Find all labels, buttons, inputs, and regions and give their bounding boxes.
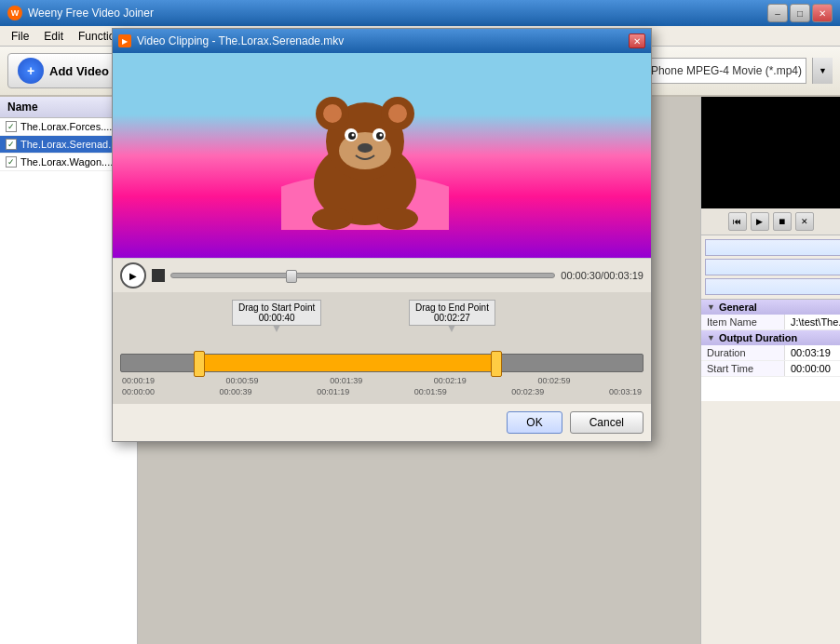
playback-controls: ⏮ ▶ ⏹ ✕: [701, 208, 840, 235]
close-button[interactable]: ✕: [812, 4, 833, 22]
menu-file[interactable]: File: [4, 28, 36, 45]
svg-point-12: [352, 134, 355, 137]
collapse-icon-2[interactable]: ▼: [707, 333, 715, 342]
stop-button[interactable]: ⏹: [773, 212, 792, 231]
ok-button[interactable]: OK: [507, 411, 562, 434]
prop-starttime-row: Start Time 00:00:00: [701, 361, 840, 377]
file-name-3: The.Lorax.Wagon....: [20, 156, 113, 168]
svg-point-13: [380, 134, 383, 137]
prop-duration-value: 00:03:19: [785, 345, 840, 360]
svg-point-6: [388, 104, 407, 123]
svg-point-5: [323, 104, 342, 123]
prop-duration-row: Duration 00:03:19: [701, 345, 840, 361]
general-label: General: [719, 302, 757, 313]
transport-stop-button[interactable]: [152, 269, 165, 282]
svg-point-15: [312, 208, 353, 230]
timeline-area: Drag to Start Point 00:00:40 Drag to End…: [113, 292, 651, 404]
dialog-title: Video Clipping - The.Lorax.Serenade.mkv: [137, 34, 629, 47]
right-panel: ⏮ ▶ ⏹ ✕ ... ▼: [700, 97, 840, 644]
transport-bar: ▶ 00:00:30/00:03:19: [113, 258, 651, 292]
prop-item-name-value: J:\test\The.Lorax.Se...: [785, 315, 840, 329]
maximize-button[interactable]: □: [790, 4, 810, 22]
video-clipping-dialog[interactable]: ▶ Video Clipping - The.Lorax.Serenade.mk…: [112, 28, 652, 442]
dialog-close-button[interactable]: ✕: [629, 34, 645, 48]
prop-duration-label: Duration: [701, 345, 785, 360]
clip-start-field[interactable]: [705, 239, 840, 256]
end-marker-label: Drag to End Point 00:02:27: [409, 300, 495, 326]
collapse-icon[interactable]: ▼: [707, 302, 715, 312]
start-marker[interactable]: [194, 351, 205, 377]
app-title: Weeny Free Video Joiner: [28, 7, 767, 20]
svg-point-16: [377, 208, 418, 230]
timeline-ticks-bottom: 00:00:00 00:00:39 00:01:19 00:01:59 00:0…: [120, 387, 644, 396]
dialog-buttons: OK Cancel: [113, 404, 651, 441]
file-checkbox-3[interactable]: ✓: [6, 156, 17, 168]
minimize-button[interactable]: –: [767, 4, 788, 22]
clip-extra-field[interactable]: [705, 278, 840, 295]
seek-bar[interactable]: [170, 273, 555, 278]
window-controls: – □ ✕: [767, 4, 833, 22]
clip-end-field[interactable]: [705, 259, 840, 275]
timeline-track[interactable]: [120, 354, 644, 372]
prev-button[interactable]: ⏮: [728, 212, 747, 231]
file-name-1: The.Lorax.Forces....: [20, 121, 112, 132]
prop-starttime-value: 00:00:00: [785, 361, 840, 376]
start-marker-label: Drag to Start Point 00:00:40: [232, 300, 321, 326]
video-display: [113, 53, 651, 258]
seek-thumb[interactable]: [286, 270, 297, 283]
time-display: 00:00:30/00:03:19: [561, 270, 644, 281]
preview-black: [701, 97, 840, 208]
video-thumbnail: [281, 81, 449, 230]
timeline-ticks-top: 00:00:19 00:00:59 00:01:39 00:02:19 00:0…: [120, 376, 644, 385]
title-bar: W Weeny Free Video Joiner – □ ✕: [0, 0, 840, 26]
properties-panel: ▼ General Item Name J:\test\The.Lorax.Se…: [701, 299, 840, 401]
file-name-2: The.Lorax.Serenad...: [20, 139, 116, 150]
play-pause-button[interactable]: ▶: [120, 262, 146, 288]
prop-item-name-row: Item Name J:\test\The.Lorax.Se...: [701, 315, 840, 330]
end-marker[interactable]: [491, 351, 502, 377]
prop-item-name-label: Item Name: [701, 315, 785, 329]
svg-point-14: [358, 143, 373, 153]
right-fields: ... ▼: [701, 235, 840, 299]
file-checkbox-1[interactable]: ✓: [6, 121, 17, 132]
output-dropdown-arrow[interactable]: ▼: [812, 58, 833, 84]
general-section-header: ▼ General: [701, 300, 840, 315]
cancel-button[interactable]: Cancel: [570, 411, 644, 434]
output-duration-label: Output Duration: [719, 332, 797, 343]
dialog-title-bar: ▶ Video Clipping - The.Lorax.Serenade.mk…: [113, 29, 651, 53]
file-checkbox-2[interactable]: ✓: [6, 139, 17, 150]
play-button[interactable]: ▶: [751, 212, 769, 231]
prop-starttime-label: Start Time: [701, 361, 785, 376]
app-icon: W: [7, 6, 22, 20]
menu-edit[interactable]: Edit: [36, 28, 71, 45]
dialog-icon: ▶: [118, 34, 131, 47]
close-button-2[interactable]: ✕: [795, 212, 814, 231]
output-duration-section-header: ▼ Output Duration: [701, 330, 840, 345]
add-icon: +: [18, 58, 44, 84]
